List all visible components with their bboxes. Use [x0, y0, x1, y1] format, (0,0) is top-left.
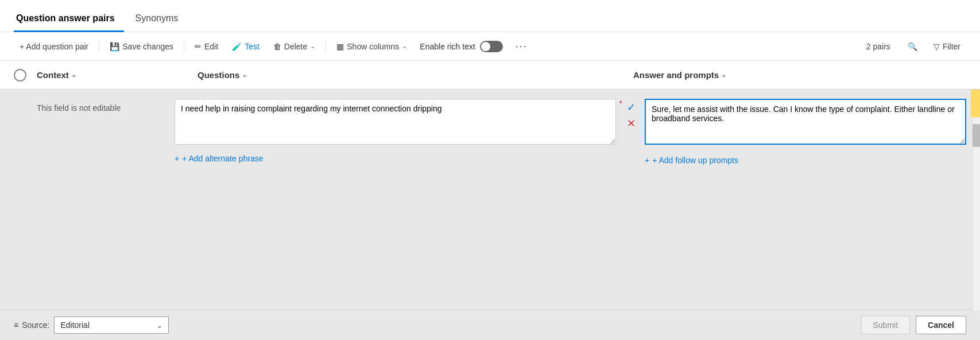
filter-label: Filter [943, 42, 960, 51]
save-changes-button[interactable]: 💾 Save changes [104, 39, 179, 54]
row-context-col: This field is not editable [37, 99, 175, 113]
filter-icon: ▽ [933, 42, 940, 51]
save-icon: 💾 [110, 42, 119, 51]
edit-label: Edit [204, 42, 218, 51]
test-icon: 🧪 [232, 42, 242, 51]
add-question-pair-button[interactable]: + Add question pair [14, 39, 94, 54]
show-columns-label: Show columns [347, 42, 399, 51]
questions-column-label: Questions [197, 70, 239, 80]
toolbar-right: 🔍 ▽ Filter [902, 39, 966, 54]
scrollbar-thumb[interactable] [973, 124, 980, 147]
add-followup-prompts-button[interactable]: + + Add follow up prompts [645, 153, 738, 167]
save-changes-label: Save changes [122, 42, 173, 51]
add-followup-plus-icon: + [645, 156, 649, 165]
source-select[interactable]: Editorial [54, 316, 169, 334]
answer-textarea[interactable] [645, 99, 966, 145]
delete-icon: 🗑 [273, 42, 281, 51]
rich-text-toggle-container: Enable rich text [420, 41, 503, 52]
row-questions-col: * ✓ ✕ + + Add alternate phrase [175, 99, 645, 165]
context-not-editable-text: This field is not editable [37, 103, 121, 113]
context-column-header[interactable]: Context ⌄ [37, 70, 197, 80]
show-columns-button[interactable]: ▦ Show columns ⌄ [331, 39, 413, 54]
scrollbar-track[interactable] [972, 118, 980, 310]
question-textarea[interactable] [175, 99, 616, 145]
answers-chevron-icon: ⌄ [721, 71, 726, 79]
search-button[interactable]: 🔍 [902, 39, 923, 54]
delete-chevron-icon: ⌄ [310, 42, 315, 50]
qa-row: This field is not editable * ✓ ✕ + + Add… [14, 99, 966, 167]
row-check-col [14, 99, 37, 101]
columns-chevron-icon: ⌄ [402, 42, 407, 50]
test-button[interactable]: 🧪 Test [226, 39, 265, 54]
tabs-bar: Question answer pairs Synonyms [0, 0, 980, 32]
rich-text-toggle[interactable] [480, 41, 503, 52]
add-alternate-phrase-button[interactable]: + + Add alternate phrase [175, 152, 263, 165]
delete-label: Delete [284, 42, 307, 51]
add-phrase-plus-icon: + [175, 154, 179, 163]
toolbar: + Add question pair 💾 Save changes ✏ Edi… [0, 32, 980, 61]
delete-button[interactable]: 🗑 Delete ⌄ [268, 39, 321, 54]
filter-button[interactable]: ▽ Filter [928, 39, 966, 54]
source-select-wrapper: Editorial [54, 316, 169, 334]
divider-2 [184, 41, 184, 52]
select-all-checkbox[interactable] [14, 69, 26, 82]
divider-3 [326, 41, 326, 52]
row-answers-col: + + Add follow up prompts [645, 99, 966, 167]
bookmark-tab [971, 90, 980, 117]
add-phrase-label: + Add alternate phrase [182, 154, 263, 163]
main-content: This field is not editable * ✓ ✕ + + Add… [0, 90, 980, 340]
edit-button[interactable]: ✏ Edit [189, 39, 224, 54]
cancel-button[interactable]: Cancel [916, 316, 966, 334]
more-options-button[interactable]: ··· [510, 37, 533, 55]
source-label: ≡ Source: [14, 320, 49, 330]
columns-icon: ▦ [336, 42, 344, 51]
context-chevron-icon: ⌄ [71, 71, 76, 79]
add-followup-label: + Add follow up prompts [652, 156, 738, 165]
answers-column-label: Answer and prompts [633, 70, 719, 80]
answers-column-header[interactable]: Answer and prompts ⌄ [633, 70, 966, 80]
source-actions: Submit Cancel [861, 316, 967, 334]
inline-actions: ✓ ✕ [625, 101, 636, 130]
questions-column-header[interactable]: Questions ⌄ [197, 70, 633, 80]
source-list-icon: ≡ [14, 320, 18, 330]
cancel-question-button[interactable]: ✕ [627, 117, 636, 130]
questions-chevron-icon: ⌄ [242, 71, 247, 79]
tab-question-answer-pairs[interactable]: Question answer pairs [14, 9, 124, 32]
column-headers: Context ⌄ Questions ⌄ Answer and prompts… [0, 61, 980, 90]
context-column-label: Context [37, 70, 69, 80]
test-label: Test [245, 42, 259, 51]
required-star: * [619, 99, 622, 108]
select-all-col [14, 69, 37, 82]
pairs-count: 2 pairs [866, 42, 890, 51]
submit-button[interactable]: Submit [861, 316, 911, 334]
edit-icon: ✏ [195, 42, 202, 51]
search-icon: 🔍 [908, 42, 917, 51]
source-bar: ≡ Source: Editorial Submit Cancel [0, 310, 980, 340]
confirm-question-button[interactable]: ✓ [627, 101, 636, 114]
source-left: ≡ Source: Editorial [14, 316, 169, 334]
divider-1 [99, 41, 99, 52]
enable-rich-text-label: Enable rich text [420, 42, 475, 51]
tab-synonyms[interactable]: Synonyms [133, 9, 188, 32]
source-text-label: Source: [22, 320, 49, 330]
